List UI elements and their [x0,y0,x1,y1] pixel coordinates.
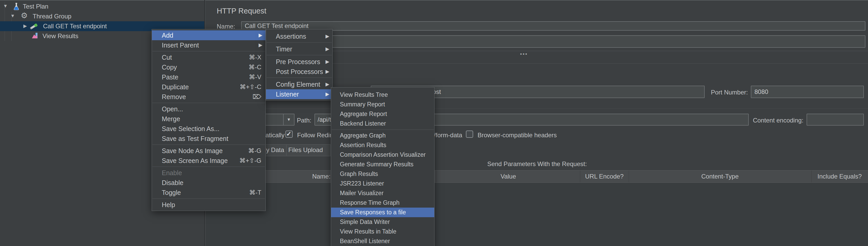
menu-item-label: Pre Processors [276,58,320,65]
menu-item-aggregate-graph[interactable]: Aggregate Graph [331,131,434,140]
column-header-url-encode[interactable]: URL Encode? [580,170,629,183]
menu-item-config-element[interactable]: Config Element ▶ [266,79,332,89]
menu-item-duplicate[interactable]: Duplicate ⌘+⇧-C [152,82,266,92]
menu-item-label: Summary Report [340,101,385,108]
menu-item-label: Assertion Results [340,142,386,148]
expand-arrow-icon[interactable]: ▼ [3,3,8,9]
menu-item-label: Merge [162,115,180,122]
gear-icon: ⚙ [21,11,28,20]
menu-separator [266,54,332,57]
parameters-table-body[interactable] [206,183,868,246]
menu-item-generate-summary-results[interactable]: Generate Summary Results [331,160,434,169]
shortcut-label: ⌘-G [248,146,261,156]
listener-icon [32,32,39,39]
menu-item-label: Enable [162,169,182,176]
menu-item-help[interactable]: Help [152,200,266,210]
menu-item-label: Save as Test Fragment [162,135,228,142]
menu-item-save-selection-as[interactable]: Save Selection As... [152,124,266,134]
menu-item-disable[interactable]: Disable [152,178,266,188]
comments-input[interactable] [241,35,865,48]
menu-item-label: Post Processors [276,68,323,75]
menu-item-save-responses-to-a-file[interactable]: Save Responses to a file [331,208,434,217]
path-value: /api/t [318,116,331,123]
shortcut-label: ⌘+⇧-C [240,82,261,92]
menu-item-assertions[interactable]: Assertions ▶ [266,31,332,41]
expand-arrow-icon[interactable]: ▼ [10,13,15,19]
browser-compatible-headers-checkbox[interactable] [466,131,473,138]
menu-item-save-node-as-image[interactable]: Save Node As Image ⌘-G [152,146,266,156]
tree-node-label: Call GET Test endpoint [43,23,107,30]
menu-item-label: JSR223 Listener [340,180,384,187]
menu-item-merge[interactable]: Merge [152,114,266,124]
menu-item-label: Save Screen As Image [162,157,228,164]
check-icon: ✓ [286,130,291,138]
menu-item-toggle[interactable]: Toggle ⌘-T [152,188,266,197]
menu-item-save-as-test-fragment[interactable]: Save as Test Fragment [152,134,266,143]
menu-item-aggregate-report[interactable]: Aggregate Report [331,109,434,119]
menu-item-insert-parent[interactable]: Insert Parent ▶ [152,40,266,50]
menu-item-comparison-assertion-visualizer[interactable]: Comparison Assertion Visualizer [331,150,434,160]
menu-item-remove[interactable]: Remove ⌦ [152,92,266,102]
shortcut-label: ⌘-X [249,52,261,62]
menu-item-paste[interactable]: Paste ⌘-V [152,72,266,82]
menu-item-add[interactable]: Add ▶ [152,30,266,40]
collapse-arrow-icon[interactable]: ▶ [23,23,27,29]
menu-item-assertion-results[interactable]: Assertion Results [331,140,434,150]
menu-item-cut[interactable]: Cut ⌘-X [152,52,266,62]
menu-separator [266,77,332,79]
column-header-content-type[interactable]: Content-Type [629,170,811,183]
content-encoding-input[interactable] [807,114,864,126]
menu-item-view-results-tree[interactable]: View Results Tree [331,90,434,100]
menu-item-response-time-graph[interactable]: Response Time Graph [331,198,434,208]
menu-item-label: Generate Summary Results [340,161,413,168]
shortcut-label: ⌘-V [249,72,261,82]
menu-item-label: Save Selection As... [162,125,219,132]
submenu-arrow-icon: ▶ [326,89,329,99]
shortcut-label: ⌘+⇧-G [239,156,261,166]
column-divider [629,170,629,183]
chevron-down-icon: ▼ [287,117,291,122]
menu-separator [152,143,266,146]
submenu-arrow-icon: ▶ [258,30,262,40]
tree-node-thread-group[interactable]: ▼ ⚙ Thread Group [0,11,204,21]
splitter-grip-icon[interactable]: ••• [520,51,528,57]
column-divider [811,170,811,183]
menu-item-summary-report[interactable]: Summary Report [331,100,434,109]
column-divider [580,170,580,183]
browser-compatible-headers-label: Browser-compatible headers [477,132,557,139]
menu-item-label: Simple Data Writer [340,218,390,225]
menu-item-save-screen-as-image[interactable]: Save Screen As Image ⌘+⇧-G [152,156,266,166]
page-title: HTTP Request [217,7,266,15]
menu-item-beanshell-listener[interactable]: BeanShell Listener [331,237,434,246]
tree-node-test-plan[interactable]: ▼ Test Plan [0,2,204,11]
menu-item-post-processors[interactable]: Post Processors ▶ [266,67,332,77]
menu-item-mailer-visualizer[interactable]: Mailer Visualizer [331,188,434,198]
dropdown-arrow-button[interactable]: ▼ [283,114,294,125]
menu-item-graph-results[interactable]: Graph Results [331,169,434,179]
follow-redirects-checkbox[interactable]: ✓ [285,131,293,138]
menu-item-pre-processors[interactable]: Pre Processors ▶ [266,57,332,67]
menu-item-label: Timer [276,46,292,53]
menu-item-simple-data-writer[interactable]: Simple Data Writer [331,217,434,227]
column-header-include-equals[interactable]: Include Equals? [811,170,868,183]
menu-separator [152,102,266,104]
port-number-input[interactable]: 8080 [751,86,864,98]
menu-item-label: Response Time Graph [340,199,400,206]
menu-item-label: Config Element [276,81,320,88]
column-header-value[interactable]: Value [437,170,580,183]
menu-item-label: Add [162,32,173,39]
name-input[interactable]: Call GET Test endpoint [241,21,865,31]
submenu-arrow-icon: ▶ [326,67,329,77]
menu-item-timer[interactable]: Timer ▶ [266,44,332,54]
submenu-arrow-icon: ▶ [326,79,329,89]
menu-item-backend-listener[interactable]: Backend Listener [331,119,434,129]
menu-item-jsr223-listener[interactable]: JSR223 Listener [331,179,434,188]
menu-item-listener[interactable]: Listener ▶ [266,89,332,99]
menu-item-view-results-in-table[interactable]: View Results in Table [331,227,434,237]
menu-item-open[interactable]: Open... [152,104,266,114]
menu-item-copy[interactable]: Copy ⌘-C [152,62,266,72]
tab-files-upload[interactable]: Files Upload [288,146,323,154]
menu-item-label: Copy [162,63,177,71]
menu-item-label: Disable [162,179,183,186]
menu-item-label: Listener [276,90,299,98]
